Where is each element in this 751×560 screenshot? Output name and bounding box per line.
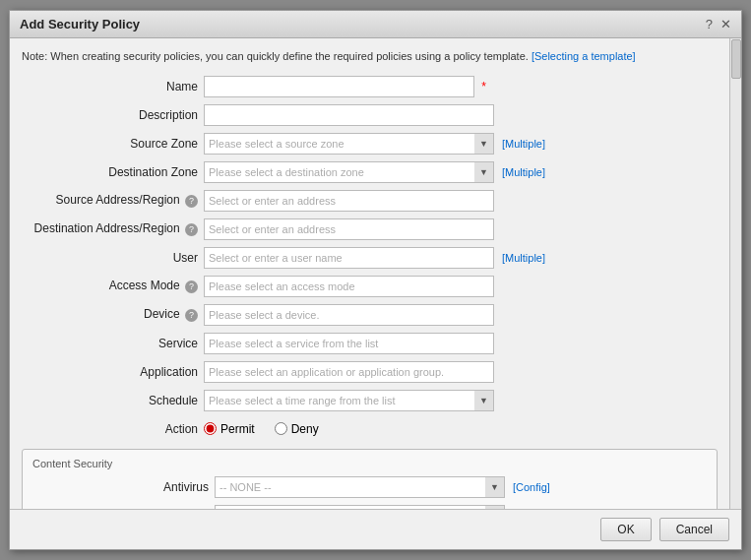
- device-field-wrapper: [204, 304, 494, 326]
- access-mode-input[interactable]: [204, 276, 494, 297]
- destination-address-input[interactable]: [204, 218, 494, 240]
- access-mode-row: Access Mode ?: [22, 275, 718, 298]
- service-input[interactable]: [204, 333, 494, 354]
- note-text: Note: When creating security policies, y…: [22, 48, 718, 65]
- source-zone-row: Source Zone Please select a source zone …: [22, 132, 718, 156]
- description-field-wrapper: [204, 104, 494, 126]
- destination-zone-row: Destination Zone Please select a destina…: [22, 160, 718, 184]
- title-bar: Add Security Policy ? ✕: [10, 11, 741, 38]
- scrollbar-thumb[interactable]: [731, 39, 741, 79]
- application-label: Application: [22, 365, 204, 379]
- application-field-wrapper: [204, 361, 494, 383]
- source-address-row: Source Address/Region ?: [22, 189, 718, 213]
- deny-label: Deny: [291, 422, 319, 436]
- user-field-wrapper: [204, 247, 494, 269]
- dialog-title: Add Security Policy: [20, 17, 140, 31]
- template-link[interactable]: [Selecting a template]: [532, 50, 636, 62]
- ok-button[interactable]: OK: [600, 518, 651, 541]
- scrollbar-track[interactable]: [729, 38, 741, 509]
- required-star: *: [481, 80, 486, 93]
- schedule-wrapper: Please select a time range from the list…: [204, 390, 494, 411]
- source-zone-label: Source Zone: [22, 137, 204, 151]
- name-row: Name *: [22, 75, 718, 98]
- permit-radio-label[interactable]: Permit: [204, 422, 255, 436]
- user-label: User: [22, 251, 204, 265]
- permit-label: Permit: [220, 422, 255, 436]
- description-label: Description: [22, 108, 204, 122]
- source-zone-wrapper: Please select a source zone ▼: [204, 133, 494, 155]
- title-bar-controls: ? ✕: [706, 17, 731, 31]
- device-label: Device ?: [22, 307, 204, 322]
- access-mode-label: Access Mode ?: [22, 279, 204, 293]
- source-zone-select[interactable]: Please select a source zone: [204, 133, 494, 155]
- user-input[interactable]: [204, 247, 494, 269]
- destination-zone-multiple[interactable]: [Multiple]: [502, 166, 545, 178]
- intrusion-wrapper: -- NONE -- ▼: [215, 505, 505, 510]
- destination-address-row: Destination Address/Region ?: [22, 218, 718, 241]
- device-help-icon[interactable]: ?: [185, 309, 198, 322]
- antivirus-row: Antivirus -- NONE -- ▼ [Config]: [32, 475, 707, 499]
- deny-radio-label[interactable]: Deny: [275, 422, 319, 436]
- cancel-button[interactable]: Cancel: [659, 518, 729, 541]
- service-label: Service: [22, 337, 204, 350]
- destination-zone-label: Destination Zone: [22, 165, 204, 179]
- action-row: Action Permit Deny: [22, 417, 718, 441]
- application-input[interactable]: [204, 361, 494, 383]
- action-label: Action: [22, 422, 204, 436]
- service-field-wrapper: [204, 333, 494, 354]
- description-row: Description: [22, 103, 718, 127]
- source-zone-multiple[interactable]: [Multiple]: [502, 138, 545, 150]
- destination-address-help-icon[interactable]: ?: [185, 223, 198, 236]
- destination-address-field-wrapper: [204, 218, 494, 240]
- content-security-title: Content Security: [32, 458, 707, 469]
- device-row: Device ?: [22, 303, 718, 327]
- antivirus-label: Antivirus: [32, 480, 215, 494]
- dialog-content: Note: When creating security policies, y…: [10, 38, 729, 509]
- user-row: User [Multiple]: [22, 246, 718, 270]
- source-address-input[interactable]: [204, 190, 494, 212]
- source-address-help-icon[interactable]: ?: [185, 195, 198, 208]
- access-mode-field-wrapper: [204, 276, 494, 297]
- close-button[interactable]: ✕: [720, 17, 731, 31]
- dialog-footer: OK Cancel: [10, 509, 741, 549]
- deny-radio[interactable]: [275, 422, 287, 435]
- antivirus-wrapper: -- NONE -- ▼: [215, 476, 505, 498]
- description-input[interactable]: [204, 104, 494, 126]
- application-row: Application: [22, 360, 718, 384]
- service-row: Service: [22, 332, 718, 355]
- destination-address-label: Destination Address/Region ?: [22, 221, 204, 236]
- name-field-wrapper: *: [204, 76, 494, 97]
- source-address-field-wrapper: [204, 190, 494, 212]
- intrusion-select[interactable]: -- NONE --: [215, 505, 505, 510]
- schedule-row: Schedule Please select a time range from…: [22, 389, 718, 412]
- device-input[interactable]: [204, 304, 494, 326]
- note-body: Note: When creating security policies, y…: [22, 50, 529, 62]
- name-label: Name: [22, 80, 204, 93]
- access-mode-help-icon[interactable]: ?: [185, 280, 198, 293]
- action-radio-group: Permit Deny: [204, 422, 319, 436]
- destination-zone-select[interactable]: Please select a destination zone: [204, 161, 494, 183]
- name-input[interactable]: [204, 76, 474, 97]
- content-security-box: Content Security Antivirus -- NONE -- ▼ …: [22, 449, 718, 510]
- source-address-label: Source Address/Region ?: [22, 193, 204, 208]
- user-multiple[interactable]: [Multiple]: [502, 252, 545, 264]
- permit-radio[interactable]: [204, 422, 217, 435]
- help-button[interactable]: ?: [706, 17, 713, 31]
- destination-zone-wrapper: Please select a destination zone ▼: [204, 161, 494, 183]
- schedule-label: Schedule: [22, 394, 204, 407]
- add-security-policy-dialog: Add Security Policy ? ✕ Note: When creat…: [9, 10, 742, 550]
- schedule-select[interactable]: Please select a time range from the list: [204, 390, 494, 411]
- antivirus-config-link[interactable]: [Config]: [513, 481, 550, 493]
- antivirus-select[interactable]: -- NONE --: [215, 476, 505, 498]
